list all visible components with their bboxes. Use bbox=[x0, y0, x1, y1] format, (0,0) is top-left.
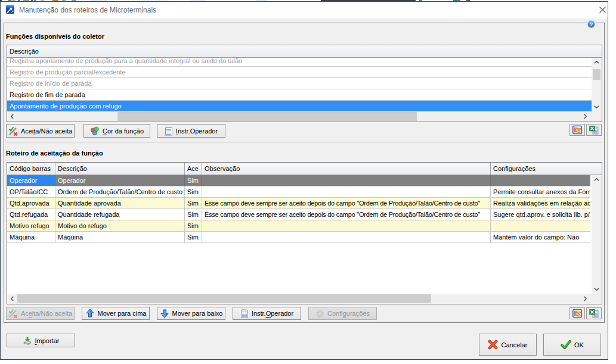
operator-instructions-button[interactable]: Instr.Operador bbox=[157, 124, 225, 138]
scroll-right-icon[interactable] bbox=[580, 294, 590, 304]
move-up-button[interactable]: Mover para cima bbox=[82, 307, 150, 320]
grid-cell[interactable] bbox=[202, 186, 491, 197]
list-item[interactable]: Registra apontamento de produção para a … bbox=[7, 58, 592, 67]
grid-cell[interactable] bbox=[491, 175, 590, 186]
import-button[interactable]: Importar bbox=[7, 334, 75, 347]
list-item[interactable]: Registro de fim de parada bbox=[7, 89, 592, 101]
grid-cell[interactable]: Quantidade aprovada bbox=[55, 198, 185, 209]
export-excel-button[interactable] bbox=[586, 124, 602, 136]
grid-row[interactable]: Qtd.refugadaQuantidade refugadaSimEsse c… bbox=[7, 209, 590, 220]
grid-cell[interactable]: Esse campo deve sempre ser aceito depois… bbox=[202, 209, 491, 220]
grid-cell[interactable]: Quantidade refugada bbox=[55, 209, 185, 220]
accept-reject-button-disabled[interactable]: Aceita/Não aceita bbox=[6, 307, 75, 320]
export-excel-button[interactable] bbox=[586, 307, 602, 319]
grid-cell[interactable]: Sim bbox=[185, 220, 202, 231]
column-header[interactable]: Ace bbox=[185, 163, 202, 175]
grid-config-button[interactable] bbox=[569, 307, 585, 319]
list-item[interactable]: Registro de produção parcial/excedente bbox=[7, 67, 592, 78]
grid-cell[interactable]: Qtd.aprovada bbox=[7, 198, 55, 209]
grid-cell[interactable]: Sim bbox=[185, 209, 202, 220]
scrollbar-thumb[interactable] bbox=[593, 69, 600, 80]
grid-cell[interactable]: Sim bbox=[185, 186, 202, 197]
button-label: Aceita/Não aceita bbox=[21, 127, 72, 135]
notepad-icon bbox=[165, 126, 173, 136]
button-label: Importar bbox=[35, 337, 60, 344]
grid-cell[interactable] bbox=[491, 220, 590, 231]
grid-cell[interactable] bbox=[202, 232, 491, 242]
grid-cell[interactable]: Máquina bbox=[55, 232, 185, 242]
svg-text:?: ? bbox=[590, 21, 593, 27]
gear-icon bbox=[315, 309, 324, 318]
grid-cell[interactable]: OP/Talão/CC bbox=[7, 186, 55, 197]
grid-cell[interactable]: Esse campo deve sempre ser aceito depois… bbox=[202, 198, 491, 209]
scroll-left-icon[interactable] bbox=[7, 111, 17, 122]
grid-cell[interactable]: Motivo refugo bbox=[7, 220, 55, 231]
settings-button-disabled[interactable]: Configurações bbox=[308, 307, 377, 320]
column-header[interactable]: Descrição bbox=[55, 163, 185, 175]
scroll-down-icon[interactable] bbox=[592, 285, 602, 294]
grid-cell[interactable]: Operador bbox=[7, 175, 55, 186]
section-divider bbox=[6, 142, 602, 143]
ok-button[interactable]: OK bbox=[543, 334, 601, 356]
accept-reject-button[interactable]: Aceita/Não aceita bbox=[6, 124, 75, 138]
list-item[interactable]: Registro de início de parada bbox=[7, 78, 592, 89]
grid-cell[interactable]: Sim bbox=[185, 198, 202, 209]
acceptance-grid-rows: OperadorOperadorSim OP/Talão/CCOrdem de … bbox=[7, 175, 590, 243]
scroll-left-icon[interactable] bbox=[7, 294, 17, 304]
grid-row[interactable]: OP/Talão/CCOrdem de Produção/Talão/Centr… bbox=[7, 186, 590, 198]
grid-cell[interactable]: Qtd.refugada bbox=[7, 209, 55, 220]
ok-check-icon bbox=[561, 340, 571, 350]
button-label: Mover para cima bbox=[98, 310, 147, 317]
cancel-button[interactable]: Cancelar bbox=[479, 334, 537, 356]
grid-cell[interactable]: Sim bbox=[185, 175, 202, 186]
grid-row[interactable]: Qtd.aprovadaQuantidade aprovadaSimEsse c… bbox=[7, 198, 590, 209]
help-icon[interactable]: ? bbox=[587, 20, 596, 29]
grid-cell[interactable]: Mantém valor do campo: Não bbox=[491, 232, 590, 242]
close-button[interactable] bbox=[594, 2, 611, 18]
import-tray-icon bbox=[23, 336, 32, 346]
operator-instructions-button[interactable]: Instr.Operador bbox=[233, 307, 301, 320]
button-label: Aceita/Não aceita bbox=[21, 310, 72, 317]
functions-horizontal-scrollbar[interactable] bbox=[7, 111, 590, 122]
scroll-up-icon[interactable] bbox=[592, 175, 602, 184]
list-item-selected[interactable]: Apontamento de produção com refugo bbox=[7, 101, 592, 111]
button-label: Cor da função bbox=[103, 127, 144, 135]
column-header[interactable]: Configurações bbox=[491, 163, 602, 175]
grid-cell[interactable]: Operador bbox=[55, 175, 185, 186]
grid-cell[interactable]: Sim bbox=[185, 232, 202, 242]
grid-config-icon bbox=[572, 125, 583, 135]
grid-row[interactable]: Motivo refugoMotivo do refugoSim bbox=[7, 220, 590, 232]
excel-export-icon bbox=[589, 309, 599, 318]
scroll-down-icon[interactable] bbox=[592, 102, 602, 111]
scroll-right-icon[interactable] bbox=[580, 111, 590, 122]
grid-empty-area bbox=[7, 243, 590, 294]
grid-cell[interactable]: Máquina bbox=[7, 232, 55, 242]
move-down-button[interactable]: Mover para baixo bbox=[157, 307, 225, 320]
functions-vertical-scrollbar[interactable] bbox=[592, 58, 602, 111]
accept-reject-icon bbox=[8, 126, 18, 136]
arrow-down-icon bbox=[160, 309, 169, 318]
grid-cell[interactable]: Sugere qtd.aprov. e solicita lib. p/ bbox=[491, 209, 590, 220]
grid-cell[interactable]: Motivo do refugo bbox=[55, 220, 185, 231]
grid-config-icon bbox=[572, 309, 583, 318]
column-header[interactable]: Observação bbox=[202, 163, 491, 175]
grid-cell[interactable] bbox=[202, 175, 491, 186]
grid-config-button[interactable] bbox=[569, 124, 585, 136]
grid-cell[interactable]: Ordem de Produção/Talão/Centro de custo bbox=[55, 186, 185, 197]
grid-cell[interactable] bbox=[202, 220, 491, 231]
functions-list: Descrição Registra apontamento de produç… bbox=[7, 45, 602, 122]
grid-horizontal-scrollbar[interactable] bbox=[7, 294, 590, 304]
grid-cell[interactable]: Permite consultar anexos da Form bbox=[491, 186, 590, 197]
button-label: Instr.Operador bbox=[176, 127, 218, 135]
function-color-button[interactable]: Cor da função bbox=[83, 124, 150, 138]
scrollbar-thumb[interactable] bbox=[17, 294, 431, 303]
grid-row[interactable]: MáquinaMáquinaSimMantém valor do campo: … bbox=[7, 232, 590, 243]
scrollbar-thumb[interactable] bbox=[117, 112, 417, 121]
scroll-up-icon[interactable] bbox=[592, 58, 602, 67]
grid-vertical-scrollbar[interactable] bbox=[592, 175, 602, 294]
grid-cell[interactable]: Realiza validações em relação ao t bbox=[491, 198, 590, 209]
column-header[interactable]: Código barras bbox=[7, 163, 55, 175]
grid-row-selected[interactable]: OperadorOperadorSim bbox=[7, 175, 590, 186]
arrow-up-icon bbox=[85, 309, 95, 318]
button-label: OK bbox=[574, 341, 584, 349]
